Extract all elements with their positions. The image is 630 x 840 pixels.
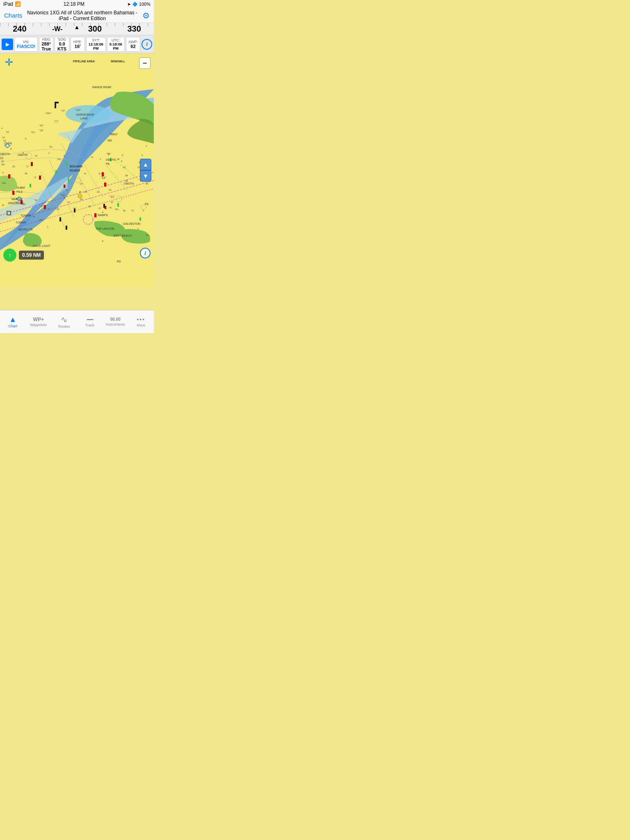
tab-routes[interactable]: ∿ Routes bbox=[51, 310, 77, 333]
svg-text:16₄: 16₄ bbox=[2, 182, 6, 184]
svg-rect-41 bbox=[66, 226, 67, 230]
svg-text:15₇: 15₇ bbox=[49, 146, 53, 148]
svg-text:10₈: 10₈ bbox=[31, 131, 35, 133]
svg-rect-37 bbox=[55, 102, 59, 103]
svg-text:10: 10 bbox=[3, 139, 6, 142]
svg-text:RANGE REAR: RANGE REAR bbox=[92, 86, 111, 89]
tab-waypoints[interactable]: WP+ Waypoints bbox=[26, 310, 52, 333]
svg-text:BOLIVAR: BOLIVAR bbox=[70, 165, 82, 168]
svg-text:23: 23 bbox=[80, 183, 83, 185]
svg-text:16: 16 bbox=[1, 160, 4, 162]
svg-text:"18": "18" bbox=[14, 201, 19, 203]
sog-value: 0.0 KTS bbox=[57, 41, 66, 51]
svg-text:38: 38 bbox=[125, 180, 128, 182]
map-area[interactable]: HORSESHOE LAKE bbox=[0, 53, 154, 287]
instrument-utc: UTC: 5:18:06 PM bbox=[107, 37, 125, 52]
svg-text:"11": "11" bbox=[110, 195, 115, 198]
status-right: ➤ 🔷 100% bbox=[127, 2, 151, 7]
svg-text:OBSTN: OBSTN bbox=[0, 153, 10, 155]
svg-text:25: 25 bbox=[12, 165, 15, 168]
svg-text:"16": "16" bbox=[61, 194, 65, 196]
svg-text:19: 19 bbox=[0, 157, 3, 160]
track-icon: ━━ bbox=[87, 317, 93, 322]
svg-text:38: 38 bbox=[23, 203, 25, 205]
svg-text:50: 50 bbox=[57, 208, 59, 210]
depth-up-button[interactable]: ▲ bbox=[140, 159, 151, 170]
battery-indicator: 100% bbox=[139, 2, 151, 7]
back-button[interactable]: Charts bbox=[4, 12, 22, 19]
depth-down-button[interactable]: ▼ bbox=[140, 170, 151, 182]
svg-rect-30 bbox=[66, 162, 67, 166]
svg-text:WINDMILL: WINDMILL bbox=[111, 60, 126, 63]
zoom-plus-button[interactable]: ✛ bbox=[3, 57, 15, 68]
compass-330: 330 bbox=[127, 24, 141, 34]
svg-rect-21 bbox=[12, 191, 14, 195]
svg-text:✳: ✳ bbox=[102, 240, 104, 242]
waypoints-icon: WP+ bbox=[33, 317, 44, 322]
gps-button[interactable]: ↑ bbox=[3, 249, 16, 262]
svg-text:"14": "14" bbox=[61, 110, 65, 112]
settings-button[interactable]: ⚙ bbox=[142, 11, 150, 21]
svg-point-42 bbox=[78, 194, 82, 198]
tab-chart[interactable]: ▲ Chart bbox=[0, 310, 26, 333]
nav-bar: Charts Navionics 1XG All of USA and nort… bbox=[0, 8, 154, 23]
svg-text:OBSTN: OBSTN bbox=[106, 158, 116, 161]
info-button[interactable]: i bbox=[142, 39, 152, 50]
svg-text:HORSESHOE: HORSESHOE bbox=[76, 113, 94, 116]
compass-arrow: ▲ bbox=[74, 24, 80, 30]
svg-text:15: 15 bbox=[6, 131, 9, 133]
tab-instruments[interactable]: 00.00 Instruments bbox=[103, 310, 128, 333]
sog-label: SOG bbox=[57, 37, 66, 41]
hdg-value: 288° True bbox=[41, 41, 51, 51]
compass-w: -W- bbox=[52, 25, 62, 33]
svg-text:PA: PA bbox=[145, 203, 148, 205]
svg-rect-27 bbox=[94, 213, 96, 217]
hpe-label: HPE: bbox=[73, 40, 82, 44]
svg-text:✳: ✳ bbox=[102, 211, 104, 214]
awp-value: 62 bbox=[128, 44, 138, 49]
svg-rect-36 bbox=[55, 103, 56, 108]
svg-rect-20 bbox=[8, 174, 10, 178]
svg-text:27: 27 bbox=[41, 205, 44, 208]
svg-text:16₄: 16₄ bbox=[115, 208, 119, 210]
play-button[interactable]: ▶ bbox=[2, 39, 13, 50]
svg-text:"16A": "16A" bbox=[45, 112, 51, 114]
svg-text:"1": "1" bbox=[47, 208, 50, 210]
compass-300: 300 bbox=[88, 24, 102, 34]
svg-text:MICRO TR: MICRO TR bbox=[18, 228, 32, 231]
instrument-awp: AWP: 62 bbox=[126, 37, 140, 52]
zoom-minus-button[interactable]: − bbox=[139, 57, 151, 69]
track-label: Track bbox=[85, 323, 94, 327]
tab-more[interactable]: ••• More bbox=[128, 310, 154, 333]
map-info-button[interactable]: i bbox=[140, 248, 151, 258]
svg-text:"B": "B" bbox=[107, 153, 111, 155]
svg-rect-23 bbox=[44, 205, 46, 209]
instruments-icon: 00.00 bbox=[110, 317, 121, 322]
tab-track[interactable]: ━━ Track bbox=[77, 310, 103, 333]
svg-text:PILE: PILE bbox=[16, 190, 23, 193]
svg-text:"2": "2" bbox=[26, 165, 29, 168]
waypoints-label: Waypoints bbox=[30, 323, 47, 327]
svg-text:THE LAGOON: THE LAGOON bbox=[96, 227, 114, 230]
depth-arrows: ▲ ▼ bbox=[140, 159, 151, 182]
syt-value: 12:18:06 PM bbox=[89, 42, 103, 50]
svg-text:SUBM: SUBM bbox=[16, 186, 25, 189]
svg-text:16₄: 16₄ bbox=[57, 158, 62, 160]
vn-label: VN: bbox=[17, 40, 35, 44]
svg-text:LAKE: LAKE bbox=[80, 117, 88, 120]
svg-text:TOWER: TOWER bbox=[21, 214, 31, 217]
svg-text:33: 33 bbox=[109, 189, 112, 191]
svg-text:GALVESTON: GALVESTON bbox=[123, 222, 140, 225]
svg-rect-32 bbox=[30, 184, 31, 187]
svg-text:16₄: 16₄ bbox=[39, 219, 43, 221]
compass-240: 240 bbox=[13, 24, 26, 34]
svg-rect-26 bbox=[104, 183, 106, 187]
svg-text:35: 35 bbox=[84, 191, 87, 193]
svg-text:"20": "20" bbox=[39, 124, 43, 127]
svg-text:"1": "1" bbox=[73, 207, 76, 210]
svg-text:29₅: 29₅ bbox=[1, 163, 5, 166]
svg-text:TOWER: TOWER bbox=[16, 221, 26, 224]
svg-text:36: 36 bbox=[88, 205, 91, 208]
svg-rect-18 bbox=[31, 162, 33, 166]
svg-text:"2": "2" bbox=[34, 176, 37, 179]
